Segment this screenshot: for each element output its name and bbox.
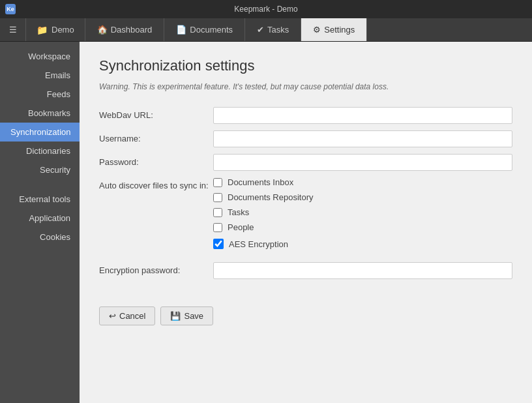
checkbox-row-documents-repository: Documents Repository bbox=[213, 192, 314, 202]
username-row: Username: bbox=[99, 130, 512, 147]
content-area: Synchronization settings Warning. This i… bbox=[80, 42, 532, 403]
webdav-url-input[interactable] bbox=[213, 107, 512, 124]
title-bar: Ke Keepmark - Demo bbox=[0, 0, 532, 18]
save-button[interactable]: 💾 Save bbox=[160, 306, 213, 325]
sidebar-item-application[interactable]: Application bbox=[0, 209, 80, 228]
form-section: WebDav URL: Username: Password: Auto dis… bbox=[99, 107, 512, 286]
nav-tabs: 🏠 Dashboard 📄 Documents ✔ Tasks ⚙ Settin… bbox=[85, 18, 532, 41]
auto-discover-label: Auto discover files to sync in: bbox=[99, 177, 213, 190]
settings-icon: ⚙ bbox=[313, 25, 321, 35]
webdav-url-label: WebDav URL: bbox=[99, 107, 213, 120]
password-input[interactable] bbox=[213, 154, 512, 171]
nav-bar: ☰ 📁 Demo 🏠 Dashboard 📄 Documents ✔ Tasks… bbox=[0, 18, 532, 42]
aes-encryption-label: AES Encryption bbox=[229, 239, 288, 249]
page-title: Synchronization settings bbox=[99, 57, 512, 74]
people-label: People bbox=[228, 222, 254, 232]
aes-spacer bbox=[99, 239, 213, 242]
sidebar-item-security[interactable]: Security bbox=[0, 160, 80, 179]
username-label: Username: bbox=[99, 130, 213, 143]
encryption-password-row: Encryption password: bbox=[99, 262, 512, 279]
tab-documents[interactable]: 📄 Documents bbox=[164, 18, 245, 41]
aes-row: AES Encryption bbox=[99, 239, 512, 256]
hamburger-menu[interactable]: ☰ bbox=[0, 18, 26, 41]
tab-settings[interactable]: ⚙ Settings bbox=[301, 18, 367, 41]
username-input[interactable] bbox=[213, 130, 512, 147]
folder-icon: 📁 bbox=[37, 25, 48, 35]
sidebar: Workspace Emails Feeds Bookmarks Synchro… bbox=[0, 42, 80, 403]
sidebar-item-dictionaries[interactable]: Dictionaries bbox=[0, 142, 80, 160]
documents-inbox-checkbox[interactable] bbox=[213, 178, 222, 187]
checkbox-row-people: People bbox=[213, 222, 314, 232]
documents-repository-checkbox[interactable] bbox=[213, 193, 222, 202]
save-icon: 💾 bbox=[170, 311, 181, 321]
aes-encryption-checkbox[interactable] bbox=[213, 239, 224, 249]
sidebar-item-external-tools[interactable]: External tools bbox=[0, 190, 80, 209]
main-layout: Workspace Emails Feeds Bookmarks Synchro… bbox=[0, 42, 532, 403]
tab-dashboard[interactable]: 🏠 Dashboard bbox=[85, 18, 165, 41]
documents-inbox-label: Documents Inbox bbox=[228, 177, 293, 187]
cancel-icon: ↩ bbox=[109, 311, 116, 321]
save-label: Save bbox=[184, 311, 203, 321]
warning-text: Warning. This is experimental feature. I… bbox=[99, 82, 512, 91]
sidebar-gap bbox=[0, 179, 80, 190]
password-row: Password: bbox=[99, 154, 512, 171]
app-icon: Ke bbox=[5, 4, 16, 14]
tasks-checkbox[interactable] bbox=[213, 208, 222, 217]
checkboxes-group: Documents Inbox Documents Repository Tas… bbox=[213, 177, 314, 232]
sidebar-item-feeds[interactable]: Feeds bbox=[0, 85, 80, 104]
sidebar-item-emails[interactable]: Emails bbox=[0, 66, 80, 85]
auto-discover-row: Auto discover files to sync in: Document… bbox=[99, 177, 512, 232]
hamburger-icon: ☰ bbox=[9, 25, 17, 35]
tasks-icon: ✔ bbox=[257, 25, 264, 35]
dashboard-icon: 🏠 bbox=[97, 25, 108, 35]
password-label: Password: bbox=[99, 154, 213, 167]
tab-tasks[interactable]: ✔ Tasks bbox=[245, 18, 301, 41]
sidebar-item-synchronization[interactable]: Synchronization bbox=[0, 123, 80, 142]
tab-tasks-label: Tasks bbox=[267, 25, 289, 35]
cancel-button[interactable]: ↩ Cancel bbox=[99, 306, 155, 325]
webdav-url-row: WebDav URL: bbox=[99, 107, 512, 124]
people-checkbox[interactable] bbox=[213, 223, 222, 232]
sidebar-item-workspace[interactable]: Workspace bbox=[0, 47, 80, 66]
encryption-password-label: Encryption password: bbox=[99, 262, 213, 275]
documents-icon: 📄 bbox=[176, 25, 186, 35]
aes-checkbox-row: AES Encryption bbox=[213, 239, 288, 249]
workspace-label: Demo bbox=[52, 25, 74, 35]
buttons-row: ↩ Cancel 💾 Save bbox=[99, 306, 512, 325]
app-title: Keepmark - Demo bbox=[234, 5, 297, 14]
tab-dashboard-label: Dashboard bbox=[111, 25, 153, 35]
checkbox-row-tasks: Tasks bbox=[213, 207, 314, 217]
encryption-password-input[interactable] bbox=[213, 262, 512, 279]
workspace-button[interactable]: 📁 Demo bbox=[26, 18, 85, 41]
documents-repository-label: Documents Repository bbox=[228, 192, 314, 202]
cancel-label: Cancel bbox=[119, 311, 145, 321]
tasks-label: Tasks bbox=[228, 207, 249, 217]
tab-settings-label: Settings bbox=[324, 25, 355, 35]
tab-documents-label: Documents bbox=[190, 25, 233, 35]
sidebar-item-cookies[interactable]: Cookies bbox=[0, 228, 80, 246]
checkbox-row-documents-inbox: Documents Inbox bbox=[213, 177, 314, 187]
sidebar-item-bookmarks[interactable]: Bookmarks bbox=[0, 104, 80, 123]
